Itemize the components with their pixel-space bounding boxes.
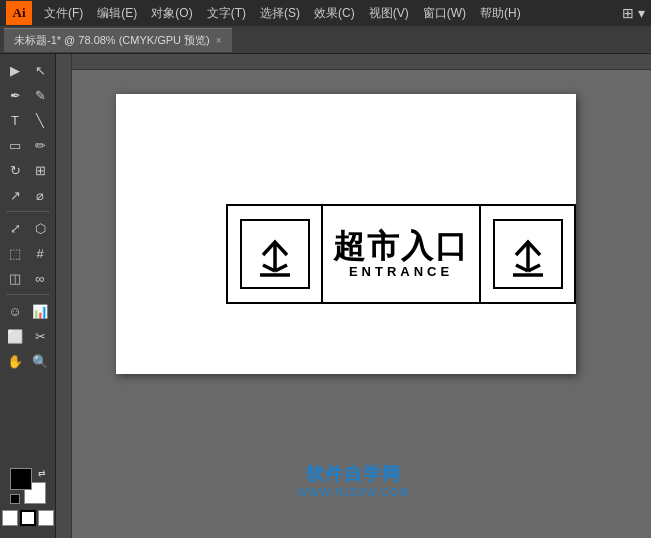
svg-line-2 bbox=[263, 265, 275, 271]
column-graph-tool[interactable]: 📊 bbox=[28, 299, 52, 323]
grid-icon[interactable]: ⊞ ▾ bbox=[622, 5, 645, 21]
menu-view[interactable]: 视图(V) bbox=[363, 3, 415, 24]
reflect-tool[interactable]: ⊞ bbox=[28, 158, 52, 182]
right-arrow-box bbox=[493, 219, 563, 289]
scale-tool[interactable]: ↗ bbox=[3, 183, 27, 207]
tool-row-3: T ╲ bbox=[3, 108, 52, 132]
slice-tool[interactable]: ✂ bbox=[28, 324, 52, 348]
sign-right-icon bbox=[479, 206, 574, 302]
vertical-ruler bbox=[56, 54, 72, 538]
canvas-area: 超市入口 ENTRANCE bbox=[56, 54, 651, 538]
zoom-tool[interactable]: 🔍 bbox=[28, 349, 52, 373]
tool-row-4: ▭ ✏ bbox=[3, 133, 52, 157]
svg-line-6 bbox=[516, 265, 528, 271]
select-tool[interactable]: ▶ bbox=[3, 58, 27, 82]
mesh-tool[interactable]: # bbox=[28, 241, 52, 265]
perspective-tool[interactable]: ⬚ bbox=[3, 241, 27, 265]
tool-row-12: ✋ 🔍 bbox=[3, 349, 52, 373]
menu-object[interactable]: 对象(O) bbox=[145, 3, 198, 24]
fill-stroke-row bbox=[2, 510, 54, 526]
swap-colors-icon[interactable]: ⇄ bbox=[38, 468, 46, 478]
menu-edit[interactable]: 编辑(E) bbox=[91, 3, 143, 24]
left-entrance-arrow bbox=[248, 227, 302, 281]
free-transform-tool[interactable]: ⤢ bbox=[3, 216, 27, 240]
symbol-tool[interactable]: ☺ bbox=[3, 299, 27, 323]
foreground-color-box[interactable] bbox=[10, 468, 32, 490]
menu-effect[interactable]: 效果(C) bbox=[308, 3, 361, 24]
hand-tool[interactable]: ✋ bbox=[3, 349, 27, 373]
watermark: 软件自学网 WWW.RJZXW.COM bbox=[297, 462, 410, 498]
right-entrance-arrow bbox=[501, 227, 555, 281]
rotate-tool[interactable]: ↻ bbox=[3, 158, 27, 182]
tool-row-8: ⬚ # bbox=[3, 241, 52, 265]
pen-tool[interactable]: ✒ bbox=[3, 83, 27, 107]
active-tab[interactable]: 未标题-1* @ 78.08% (CMYK/GPU 预览) × bbox=[4, 28, 232, 52]
type-tool[interactable]: T bbox=[3, 108, 27, 132]
menu-bar: 文件(F) 编辑(E) 对象(O) 文字(T) 选择(S) 效果(C) 视图(V… bbox=[38, 3, 616, 24]
sign-sub-text: ENTRANCE bbox=[349, 264, 453, 279]
tab-close-button[interactable]: × bbox=[216, 35, 222, 46]
main-layout: ▶ ↖ ✒ ✎ T ╲ ▭ ✏ ↻ ⊞ ↗ ⌀ ⤢ ⬡ ⬚ # bbox=[0, 54, 651, 538]
menu-help[interactable]: 帮助(H) bbox=[474, 3, 527, 24]
stroke-box[interactable] bbox=[20, 510, 36, 526]
sign-main-text: 超市入口 bbox=[333, 230, 469, 262]
tool-row-9: ◫ ∞ bbox=[3, 266, 52, 290]
tool-row-11: ⬜ ✂ bbox=[3, 324, 52, 348]
none-box[interactable] bbox=[38, 510, 54, 526]
tool-row-1: ▶ ↖ bbox=[3, 58, 52, 82]
fill-box[interactable] bbox=[2, 510, 18, 526]
horizontal-ruler bbox=[56, 54, 651, 70]
sign-design: 超市入口 ENTRANCE bbox=[226, 204, 576, 304]
sign-left-icon bbox=[228, 206, 323, 302]
toolbar-divider-1 bbox=[6, 211, 50, 212]
tool-row-2: ✒ ✎ bbox=[3, 83, 52, 107]
reset-colors-icon[interactable] bbox=[10, 494, 20, 504]
gradient-tool[interactable]: ◫ bbox=[3, 266, 27, 290]
direct-select-tool[interactable]: ↖ bbox=[28, 58, 52, 82]
sign-text-area: 超市入口 ENTRANCE bbox=[323, 206, 479, 302]
color-boxes: ⇄ bbox=[10, 468, 46, 504]
color-section: ⇄ bbox=[0, 460, 58, 534]
title-bar: Ai 文件(F) 编辑(E) 对象(O) 文字(T) 选择(S) 效果(C) 视… bbox=[0, 0, 651, 26]
menu-text[interactable]: 文字(T) bbox=[201, 3, 252, 24]
tool-row-5: ↻ ⊞ bbox=[3, 158, 52, 182]
artboard-tool[interactable]: ⬜ bbox=[3, 324, 27, 348]
tab-bar: 未标题-1* @ 78.08% (CMYK/GPU 预览) × bbox=[0, 26, 651, 54]
svg-line-3 bbox=[275, 265, 287, 271]
watermark-site-name: 软件自学网 bbox=[297, 462, 410, 486]
rectangle-tool[interactable]: ▭ bbox=[3, 133, 27, 157]
app-logo: Ai bbox=[6, 1, 32, 25]
line-tool[interactable]: ╲ bbox=[28, 108, 52, 132]
left-arrow-box bbox=[240, 219, 310, 289]
svg-line-7 bbox=[528, 265, 540, 271]
blend-tool[interactable]: ∞ bbox=[28, 266, 52, 290]
tool-row-6: ↗ ⌀ bbox=[3, 183, 52, 207]
toolbar-divider-2 bbox=[6, 294, 50, 295]
menu-window[interactable]: 窗口(W) bbox=[417, 3, 472, 24]
tool-row-7: ⤢ ⬡ bbox=[3, 216, 52, 240]
shape-builder-tool[interactable]: ⬡ bbox=[28, 216, 52, 240]
curvature-tool[interactable]: ✎ bbox=[28, 83, 52, 107]
tool-row-10: ☺ 📊 bbox=[3, 299, 52, 323]
watermark-url: WWW.RJZXW.COM bbox=[297, 486, 410, 498]
toolbar: ▶ ↖ ✒ ✎ T ╲ ▭ ✏ ↻ ⊞ ↗ ⌀ ⤢ ⬡ ⬚ # bbox=[0, 54, 56, 538]
warp-tool[interactable]: ⌀ bbox=[28, 183, 52, 207]
menu-select[interactable]: 选择(S) bbox=[254, 3, 306, 24]
artboard: 超市入口 ENTRANCE bbox=[116, 94, 576, 374]
paintbrush-tool[interactable]: ✏ bbox=[28, 133, 52, 157]
menu-file[interactable]: 文件(F) bbox=[38, 3, 89, 24]
tab-label: 未标题-1* @ 78.08% (CMYK/GPU 预览) bbox=[14, 33, 210, 48]
